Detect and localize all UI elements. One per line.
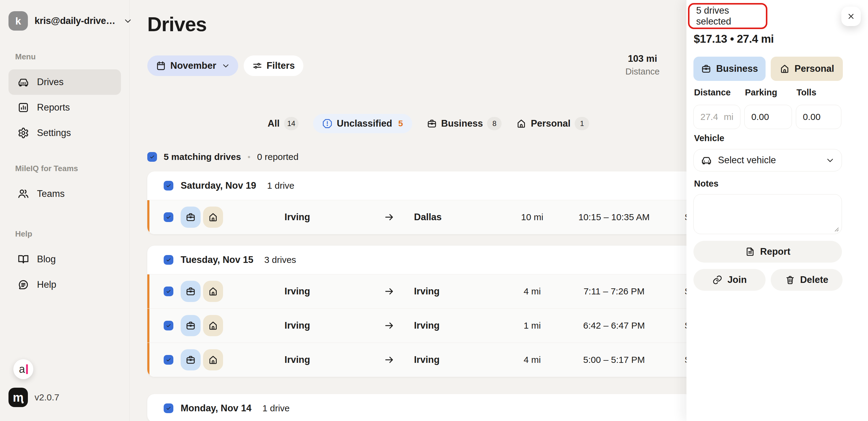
vehicle-field-label: Vehicle (694, 133, 724, 143)
chat-icon (18, 279, 29, 290)
home-icon (516, 119, 526, 129)
report-button[interactable]: Report (693, 241, 842, 263)
drive-distance: 1 mi (505, 320, 559, 331)
chat-launcher-button[interactable]: a (13, 359, 33, 379)
drive-from: Irving (223, 354, 372, 365)
distance-input-value: 27.4 (701, 112, 718, 122)
drive-group-header: Tuesday, Nov 15 3 drives (147, 246, 692, 274)
chevron-down-icon (826, 156, 834, 164)
join-button[interactable]: Join (693, 269, 766, 291)
group-checkbox[interactable] (164, 403, 173, 413)
group-count: 1 drive (267, 181, 294, 191)
car-icon (18, 76, 29, 88)
classify-personal-pill[interactable] (203, 315, 223, 336)
classify-personal-button[interactable]: Personal (771, 57, 843, 81)
distance-input[interactable]: 27.4 mi (693, 105, 740, 129)
group-rows: Irving Irving 4 mi 7:11 – 7:26 PM $ (147, 274, 692, 377)
arrow-right-icon (372, 212, 406, 223)
briefcase-icon (185, 212, 196, 222)
drive-from: Irving (223, 286, 372, 297)
drive-row[interactable]: Irving Irving 4 mi 5:00 – 5:17 PM $ (147, 343, 692, 377)
classify-business-pill[interactable] (181, 206, 200, 228)
tolls-field-label: Tolls (797, 88, 841, 98)
tab-business[interactable]: Business 8 (427, 114, 502, 133)
drive-time: 6:42 – 6:47 PM (559, 320, 669, 331)
drive-checkbox[interactable] (164, 321, 173, 330)
distance-summary: 103 mi Distance (612, 53, 673, 77)
notes-textarea[interactable] (693, 194, 842, 234)
chat-cursor (26, 364, 28, 374)
drive-row[interactable]: Irving Irving 4 mi 7:11 – 7:26 PM $ (147, 274, 692, 308)
drive-row[interactable]: Irving Irving 1 mi 6:42 – 6:47 PM $ (147, 308, 692, 343)
tab-personal[interactable]: Personal 1 (516, 114, 589, 133)
drive-to: Irving (414, 354, 505, 365)
drive-row[interactable]: Irving Dallas 10 mi 10:15 – 10:35 AM $ (147, 200, 692, 234)
home-icon (208, 286, 218, 296)
select-all-checkbox[interactable] (147, 152, 157, 162)
briefcase-icon (701, 64, 711, 74)
calendar-icon (156, 61, 166, 71)
document-icon (745, 247, 755, 257)
close-panel-button[interactable] (841, 7, 861, 26)
month-dropdown-button[interactable]: November (147, 56, 238, 76)
book-icon (18, 254, 29, 265)
drive-group-card: Saturday, Nov 19 1 drive (147, 171, 692, 234)
filters-button-label: Filters (267, 60, 295, 71)
separator-dot: • (248, 152, 250, 162)
drive-group-card: Tuesday, Nov 15 3 drives (147, 246, 692, 377)
arrow-right-icon (372, 320, 406, 331)
car-icon (701, 155, 712, 166)
tolls-input-value: 0.00 (803, 112, 820, 122)
drive-group-header: Monday, Nov 14 1 drive (147, 394, 692, 421)
classify-personal-pill[interactable] (203, 349, 223, 370)
sidebar-item-drives[interactable]: Drives (8, 69, 121, 95)
vehicle-select[interactable]: Select vehicle (693, 149, 842, 171)
drive-checkbox[interactable] (164, 355, 173, 365)
sidebar-item-label: Reports (37, 102, 70, 113)
filters-button[interactable]: Filters (244, 56, 303, 76)
drive-checkbox[interactable] (164, 212, 173, 222)
gear-icon (18, 127, 29, 139)
arrow-right-icon (372, 354, 406, 365)
sidebar-item-blog[interactable]: Blog (8, 247, 121, 272)
app-logo-dot (22, 401, 24, 403)
notes-field-label: Notes (694, 179, 719, 189)
sliders-icon (252, 61, 262, 71)
group-checkbox[interactable] (164, 255, 173, 265)
briefcase-icon (185, 286, 196, 296)
tab-personal-count: 1 (575, 117, 589, 130)
delete-button[interactable]: Delete (771, 269, 842, 291)
parking-input-value: 0.00 (751, 112, 769, 122)
drive-time: 7:11 – 7:26 PM (559, 286, 669, 296)
tab-all[interactable]: All 14 (268, 114, 299, 133)
alert-octagon-icon (322, 119, 333, 129)
tab-unclassified[interactable]: Unclassified 5 (313, 114, 412, 133)
classify-business-pill[interactable] (181, 281, 200, 302)
account-switcher[interactable]: k kris@daily-drive… (8, 11, 121, 31)
classify-personal-pill[interactable] (203, 281, 223, 302)
sidebar-item-settings[interactable]: Settings (8, 120, 121, 146)
matching-drives-label: 5 matching drives (164, 152, 241, 162)
drive-checkbox[interactable] (164, 287, 173, 296)
chevron-down-icon (222, 62, 230, 70)
classify-business-pill[interactable] (181, 349, 200, 370)
sidebar-item-help[interactable]: Help (8, 272, 121, 297)
join-button-label: Join (727, 274, 747, 285)
drive-distance: 4 mi (505, 286, 559, 296)
group-checkbox[interactable] (164, 181, 173, 191)
tab-all-label: All (268, 118, 280, 129)
sidebar-item-reports[interactable]: Reports (8, 95, 121, 120)
account-email: kris@daily-drive… (35, 15, 115, 26)
people-icon (18, 188, 29, 200)
classify-business-label: Business (716, 63, 758, 74)
tolls-input[interactable]: 0.00 (796, 105, 841, 129)
classify-personal-pill[interactable] (203, 206, 223, 228)
group-date: Saturday, Nov 19 (181, 180, 256, 191)
sidebar-item-teams[interactable]: Teams (8, 181, 121, 206)
classify-business-pill[interactable] (181, 315, 200, 336)
classify-business-button[interactable]: Business (693, 57, 766, 81)
parking-field-label: Parking (745, 88, 792, 98)
parking-input[interactable]: 0.00 (744, 105, 792, 129)
group-count: 1 drive (262, 403, 290, 414)
drive-from: Irving (223, 320, 372, 331)
